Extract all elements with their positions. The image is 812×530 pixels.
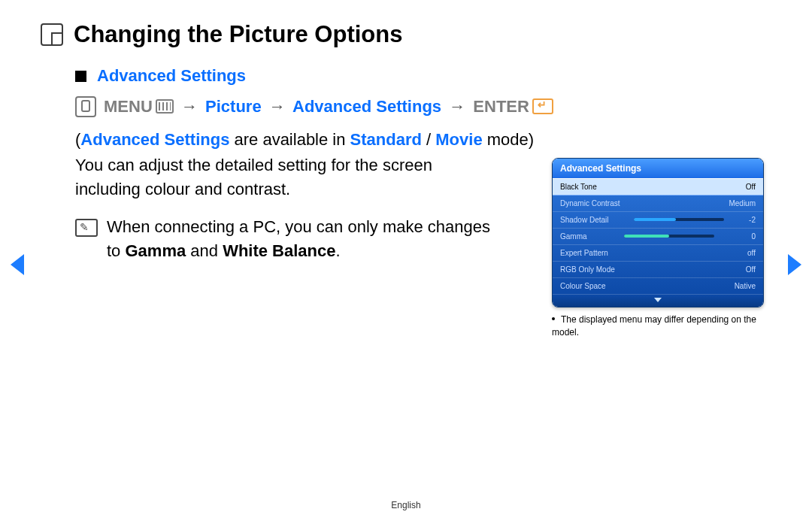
chevron-down-icon bbox=[654, 298, 662, 302]
square-bullet-icon bbox=[75, 71, 86, 82]
footer-language: English bbox=[0, 500, 812, 510]
osd-row-label: Colour Space bbox=[560, 282, 606, 290]
remote-icon bbox=[75, 96, 96, 117]
book-icon bbox=[41, 23, 63, 46]
osd-row: Black ToneOff bbox=[553, 178, 763, 195]
osd-row-value: Off bbox=[746, 183, 756, 191]
page-title: Changing the Picture Options bbox=[74, 21, 402, 48]
osd-row-label: Expert Pattern bbox=[560, 249, 608, 257]
note-icon bbox=[75, 219, 98, 237]
enter-icon bbox=[532, 98, 553, 114]
body-paragraph: You can adjust the detailed setting for … bbox=[75, 153, 493, 201]
osd-row: Shadow Detail-2 bbox=[553, 212, 763, 229]
menu-label: MENU bbox=[104, 97, 153, 116]
osd-panel: Advanced Settings Black ToneOffDynamic C… bbox=[552, 158, 764, 307]
bullet-icon bbox=[552, 317, 555, 320]
page-prev-arrow[interactable] bbox=[11, 254, 24, 275]
availability-text: (Advanced Settings are available in Stan… bbox=[75, 128, 601, 152]
osd-row-label: Black Tone bbox=[560, 183, 597, 191]
osd-row-label: Dynamic Contrast bbox=[560, 199, 620, 207]
note-text: When connecting a PC, you can only make … bbox=[107, 215, 493, 263]
osd-caption: The displayed menu may differ depending … bbox=[552, 313, 762, 339]
osd-row-label: RGB Only Mode bbox=[560, 265, 615, 274]
osd-row-label: Gamma bbox=[560, 232, 587, 241]
osd-row: Dynamic ContrastMedium bbox=[553, 195, 763, 212]
page-next-arrow[interactable] bbox=[788, 254, 801, 275]
breadcrumb: MENU → Picture → Advanced Settings → ENT… bbox=[104, 97, 553, 117]
osd-slider bbox=[634, 218, 724, 221]
osd-row-value: Medium bbox=[729, 199, 756, 207]
breadcrumb-step-picture: Picture bbox=[205, 97, 262, 116]
menu-icon bbox=[156, 99, 174, 114]
osd-row-value: off bbox=[747, 249, 756, 257]
osd-row: Colour SpaceNative bbox=[553, 278, 763, 295]
osd-row-value: 0 bbox=[751, 232, 756, 241]
enter-label: ENTER bbox=[473, 97, 529, 116]
osd-slider bbox=[624, 235, 714, 238]
osd-row: Expert Patternoff bbox=[553, 245, 763, 262]
osd-row-value: Off bbox=[746, 265, 756, 274]
osd-scroll-down bbox=[553, 295, 763, 307]
breadcrumb-step-advanced: Advanced Settings bbox=[292, 97, 441, 116]
osd-title: Advanced Settings bbox=[553, 159, 763, 178]
osd-row-value: -2 bbox=[749, 216, 756, 224]
osd-row: RGB Only ModeOff bbox=[553, 262, 763, 278]
osd-row-label: Shadow Detail bbox=[560, 216, 608, 224]
osd-row-value: Native bbox=[735, 282, 756, 290]
section-title: Advanced Settings bbox=[97, 66, 246, 86]
osd-row: Gamma0 bbox=[553, 229, 763, 245]
